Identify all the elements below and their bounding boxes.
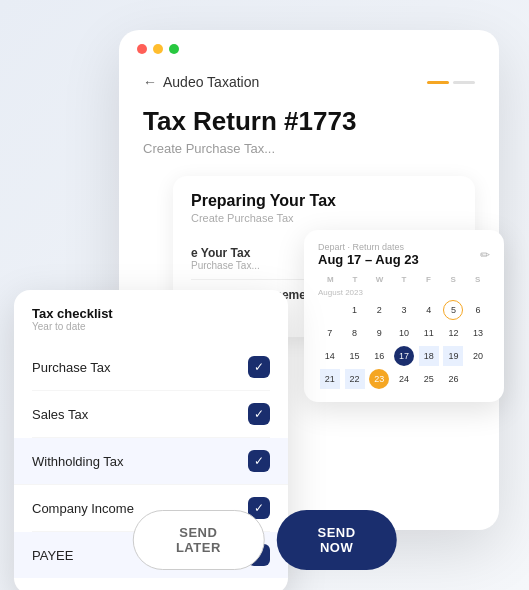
cal-date-range: Aug 17 – Aug 23 bbox=[318, 252, 419, 267]
cal-cell-range[interactable]: 22 bbox=[345, 369, 365, 389]
cal-date-row: Depart · Return dates Aug 17 – Aug 23 ✏ bbox=[318, 242, 490, 267]
checklist-item-name: PAYEE bbox=[32, 548, 73, 563]
cal-month: August 2023 bbox=[318, 288, 490, 297]
back-arrow-icon[interactable]: ← bbox=[143, 74, 157, 90]
dot-yellow bbox=[153, 44, 163, 54]
checklist-item-purchase[interactable]: Purchase Tax ✓ bbox=[32, 344, 270, 391]
checklist-item-name: Withholding Tax bbox=[32, 454, 124, 469]
checklist-item-withholding[interactable]: Withholding Tax ✓ bbox=[14, 438, 288, 485]
cal-cell[interactable]: 11 bbox=[419, 323, 439, 343]
checklist-item-sales[interactable]: Sales Tax ✓ bbox=[32, 391, 270, 438]
send-now-button[interactable]: SEND NOW bbox=[276, 510, 396, 570]
cal-date-info: Depart · Return dates Aug 17 – Aug 23 bbox=[318, 242, 419, 267]
cal-cell[interactable]: 14 bbox=[320, 346, 340, 366]
cal-cell[interactable]: 26 bbox=[443, 369, 463, 389]
bottom-buttons: SEND LATER SEND NOW bbox=[132, 510, 397, 570]
calendar-card: Depart · Return dates Aug 17 – Aug 23 ✏ … bbox=[304, 230, 504, 402]
checklist-header: Tax checklist Year to date bbox=[32, 306, 270, 332]
cal-cell-end[interactable]: 23 bbox=[369, 369, 389, 389]
cal-cell[interactable]: 4 bbox=[419, 300, 439, 320]
titlebar bbox=[119, 30, 499, 64]
cal-cell[interactable]: 25 bbox=[419, 369, 439, 389]
cal-cell-today[interactable]: 5 bbox=[443, 300, 463, 320]
cal-cell[interactable]: 24 bbox=[394, 369, 414, 389]
tax-subtitle: Create Purchase Tax... bbox=[143, 141, 475, 156]
cal-cell[interactable]: 2 bbox=[369, 300, 389, 320]
cal-cell[interactable]: 16 bbox=[369, 346, 389, 366]
checkbox-purchase[interactable]: ✓ bbox=[248, 356, 270, 378]
cal-cell[interactable]: 6 bbox=[468, 300, 488, 320]
cal-cell[interactable]: 3 bbox=[394, 300, 414, 320]
cal-cell-range[interactable]: 18 bbox=[419, 346, 439, 366]
dot-green bbox=[169, 44, 179, 54]
cal-cell[interactable]: 10 bbox=[394, 323, 414, 343]
cal-days-header: M T W T F S S bbox=[318, 275, 490, 284]
dot-red bbox=[137, 44, 147, 54]
checklist-item-name: Purchase Tax bbox=[32, 360, 111, 375]
checklist-subtitle: Year to date bbox=[32, 321, 270, 332]
checkbox-sales[interactable]: ✓ bbox=[248, 403, 270, 425]
cal-cell[interactable]: 9 bbox=[369, 323, 389, 343]
cal-cell[interactable] bbox=[320, 300, 340, 320]
cal-cell[interactable]: 12 bbox=[443, 323, 463, 343]
back-row: ← Audeo Taxation bbox=[143, 74, 475, 90]
preparing-subtitle: Create Purchase Tax bbox=[191, 212, 457, 224]
outer-container: ← Audeo Taxation Tax Return #1773 Create… bbox=[0, 0, 529, 590]
cal-cell[interactable]: 20 bbox=[468, 346, 488, 366]
cal-cell-start[interactable]: 17 bbox=[394, 346, 414, 366]
send-later-button[interactable]: SEND LATER bbox=[132, 510, 264, 570]
preparing-title: Preparing Your Tax bbox=[191, 192, 457, 210]
cal-label: Depart · Return dates bbox=[318, 242, 419, 252]
checklist-item-name: Sales Tax bbox=[32, 407, 88, 422]
cal-cell[interactable]: 1 bbox=[345, 300, 365, 320]
bar-2 bbox=[453, 81, 475, 84]
cal-cell[interactable]: 7 bbox=[320, 323, 340, 343]
app-title: Audeo Taxation bbox=[163, 74, 259, 90]
cal-cell-range[interactable]: 21 bbox=[320, 369, 340, 389]
tax-title: Tax Return #1773 bbox=[143, 106, 475, 137]
checklist-item-name: Company Income bbox=[32, 501, 134, 516]
cal-grid: 1 2 3 4 5 6 7 8 9 10 11 12 13 14 15 16 1… bbox=[318, 299, 490, 390]
cal-cell[interactable]: 15 bbox=[345, 346, 365, 366]
checklist-title: Tax checklist bbox=[32, 306, 270, 321]
cal-cell-range[interactable]: 19 bbox=[443, 346, 463, 366]
checkbox-withholding[interactable]: ✓ bbox=[248, 450, 270, 472]
cal-cell[interactable]: 8 bbox=[345, 323, 365, 343]
mini-bars bbox=[427, 81, 475, 84]
bar-1 bbox=[427, 81, 449, 84]
cal-cell[interactable]: 13 bbox=[468, 323, 488, 343]
cal-edit-icon[interactable]: ✏ bbox=[480, 248, 490, 262]
